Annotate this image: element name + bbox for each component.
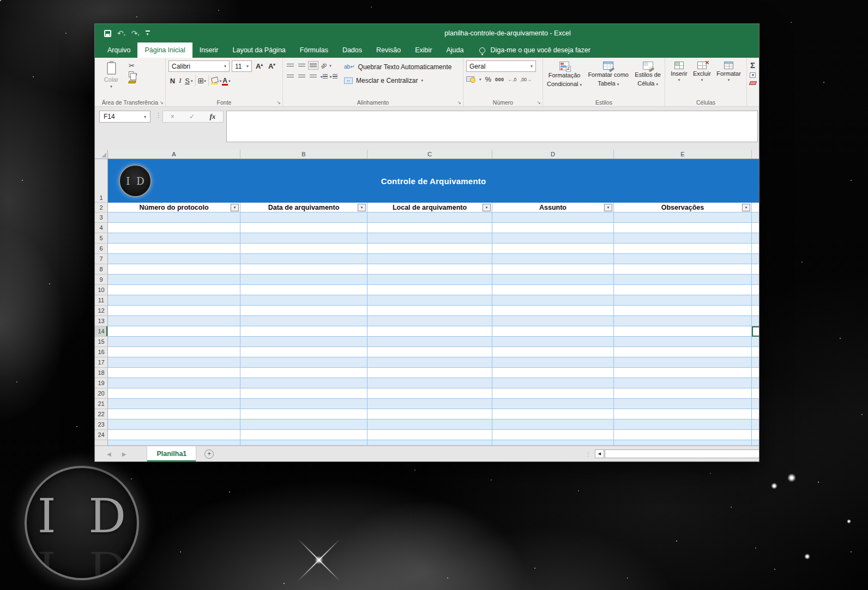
cell[interactable] xyxy=(492,295,614,306)
cell[interactable] xyxy=(108,326,240,337)
tab-inserir[interactable]: Inserir xyxy=(192,42,226,58)
table-header-cell[interactable]: Local de arquivamento▼ xyxy=(367,203,492,212)
cell[interactable] xyxy=(108,440,240,446)
decrease-indent-button[interactable]: ◂ xyxy=(320,74,328,79)
cell[interactable] xyxy=(752,275,759,285)
cell[interactable] xyxy=(614,306,752,316)
cell[interactable] xyxy=(614,347,752,357)
cell[interactable] xyxy=(614,337,752,347)
cell[interactable] xyxy=(492,388,614,399)
cell[interactable] xyxy=(752,223,759,233)
conditional-formatting-button[interactable]: Formatação Condicional ▾ xyxy=(547,60,582,88)
cell[interactable] xyxy=(614,264,752,275)
row-header-16[interactable]: 16 xyxy=(95,347,108,357)
currency-icon[interactable] xyxy=(466,76,475,83)
column-header-a[interactable]: A xyxy=(108,150,240,159)
cell[interactable] xyxy=(614,388,752,399)
filter-button[interactable]: ▼ xyxy=(358,204,366,211)
tell-me-box[interactable]: Diga-me o que você deseja fazer xyxy=(479,42,590,58)
cell[interactable] xyxy=(492,337,614,347)
orientation-button[interactable]: ab xyxy=(320,61,328,70)
row-header-10[interactable]: 10 xyxy=(95,285,108,295)
hscroll-track[interactable] xyxy=(605,449,759,458)
cell[interactable] xyxy=(614,430,752,440)
align-right-button[interactable] xyxy=(309,72,318,80)
cell[interactable] xyxy=(108,244,240,254)
increase-indent-button[interactable]: ▸ xyxy=(330,74,337,79)
cell[interactable] xyxy=(752,264,759,275)
customize-qat-button[interactable]: ▾ xyxy=(146,31,150,37)
cell[interactable] xyxy=(492,244,614,254)
italic-button[interactable]: I xyxy=(177,76,184,85)
cell[interactable] xyxy=(108,275,240,285)
cell[interactable] xyxy=(367,244,492,254)
cell[interactable] xyxy=(108,295,240,306)
cell[interactable] xyxy=(108,430,240,440)
cell[interactable] xyxy=(492,326,614,337)
cell[interactable] xyxy=(367,378,492,388)
cell[interactable] xyxy=(752,337,759,347)
cell[interactable] xyxy=(614,357,752,368)
cell[interactable] xyxy=(108,357,240,368)
row-header-4[interactable]: 4 xyxy=(95,223,108,233)
undo-button[interactable]: ↶▾ xyxy=(117,28,125,38)
save-icon[interactable] xyxy=(104,30,111,37)
dialog-launcher-icon[interactable]: ↘ xyxy=(276,100,281,105)
table-header-cell[interactable]: Assunto▼ xyxy=(492,203,614,212)
increase-decimal-button[interactable]: ←,0 xyxy=(508,77,517,82)
active-cell-selection[interactable] xyxy=(752,326,759,337)
cell[interactable] xyxy=(240,326,367,337)
merge-center-button[interactable]: ↔ Mesclar e Centralizar ▾ xyxy=(344,75,451,86)
enter-button[interactable]: ✓ xyxy=(189,113,195,120)
cell[interactable] xyxy=(614,409,752,419)
tab-arquivo[interactable]: Arquivo xyxy=(100,42,137,58)
comma-style-button[interactable]: 000 xyxy=(495,77,504,82)
cell[interactable] xyxy=(492,430,614,440)
cell[interactable] xyxy=(240,223,367,233)
tab-ajuda[interactable]: Ajuda xyxy=(439,42,471,58)
cell[interactable] xyxy=(240,347,367,357)
row-header-12[interactable]: 12 xyxy=(95,306,108,316)
cell[interactable] xyxy=(367,295,492,306)
cell[interactable] xyxy=(108,337,240,347)
cell[interactable] xyxy=(367,440,492,446)
insert-cells-button[interactable]: Inserir ▾ xyxy=(671,60,688,82)
format-painter-button[interactable] xyxy=(128,81,136,83)
fill-color-button[interactable] xyxy=(211,77,219,84)
font-size-combo[interactable]: 11▾ xyxy=(232,60,252,72)
cell[interactable] xyxy=(614,419,752,430)
cell[interactable] xyxy=(614,254,752,264)
cell[interactable] xyxy=(108,316,240,326)
borders-button[interactable]: ⊞ xyxy=(198,77,204,84)
next-sheet-arrow-icon[interactable]: ▶ xyxy=(122,451,126,457)
redo-button[interactable]: ↷▾ xyxy=(131,28,140,38)
column-header-e[interactable]: E xyxy=(614,150,752,159)
cell[interactable] xyxy=(752,347,759,357)
cell[interactable] xyxy=(240,337,367,347)
tab-exibir[interactable]: Exibir xyxy=(408,42,439,58)
formula-input[interactable] xyxy=(226,111,758,142)
filter-button[interactable]: ▼ xyxy=(231,204,239,211)
cell[interactable] xyxy=(752,440,759,446)
cell[interactable] xyxy=(240,388,367,399)
cell[interactable] xyxy=(492,419,614,430)
cell[interactable] xyxy=(492,306,614,316)
row-header-6[interactable]: 6 xyxy=(95,244,108,254)
cell[interactable] xyxy=(367,409,492,419)
cell[interactable] xyxy=(752,419,759,430)
cell[interactable] xyxy=(240,244,367,254)
row-header-1[interactable]: 1 xyxy=(95,159,108,203)
delete-cells-button[interactable]: × Excluir ▾ xyxy=(693,60,711,82)
column-header-b[interactable]: B xyxy=(240,150,367,159)
font-name-combo[interactable]: Calibri▾ xyxy=(168,60,230,72)
tab-splitter-icon[interactable]: ⋮ xyxy=(586,451,595,457)
table-header-cell[interactable]: Observações▼ xyxy=(614,203,752,212)
tab-formulas[interactable]: Fórmulas xyxy=(293,42,335,58)
cell[interactable] xyxy=(614,378,752,388)
cell[interactable] xyxy=(492,409,614,419)
row-header-partial[interactable] xyxy=(95,440,108,446)
cell[interactable] xyxy=(367,285,492,295)
cell[interactable] xyxy=(492,357,614,368)
row-header-3[interactable]: 3 xyxy=(95,212,108,223)
cell[interactable] xyxy=(492,378,614,388)
